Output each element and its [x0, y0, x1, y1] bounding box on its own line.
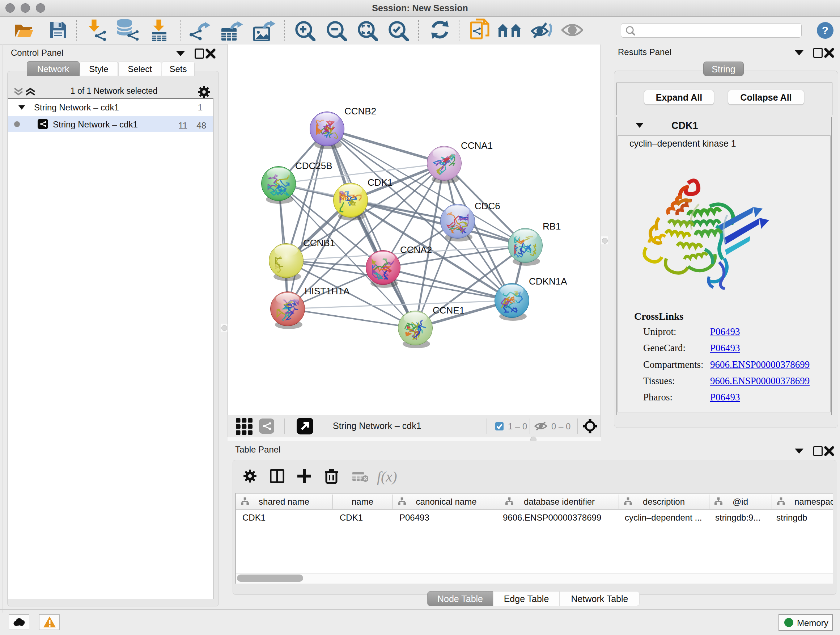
- svg-text:CDKN1A: CDKN1A: [529, 276, 567, 287]
- svg-text:CCNE1: CCNE1: [433, 305, 464, 316]
- svg-text:CCNA1: CCNA1: [461, 140, 493, 151]
- svg-text:CDC25B: CDC25B: [295, 160, 332, 171]
- svg-text:CCNA2: CCNA2: [400, 244, 432, 255]
- svg-text:HIST1H1A: HIST1H1A: [305, 286, 350, 296]
- svg-text:CDK1: CDK1: [368, 177, 393, 188]
- svg-text:CDC6: CDC6: [475, 201, 500, 211]
- svg-text:RB1: RB1: [543, 221, 561, 232]
- svg-text:CCNB1: CCNB1: [303, 238, 335, 249]
- svg-text:CCNB2: CCNB2: [344, 106, 376, 117]
